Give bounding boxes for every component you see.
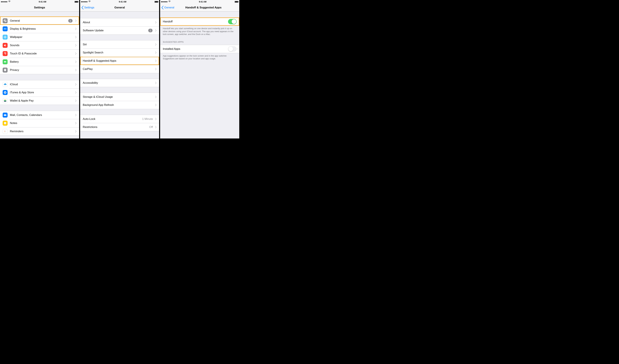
svg-point-19 xyxy=(4,132,5,132)
chevron-icon xyxy=(75,83,76,85)
notes-icon xyxy=(3,121,8,126)
storage-cell[interactable]: Storage & iCloud Usage xyxy=(80,93,159,101)
display-cell[interactable]: AADisplay & Brightness xyxy=(0,25,79,33)
nav-bar: Settings General xyxy=(80,4,159,12)
chevron-icon xyxy=(155,118,156,120)
accessibility-label: Accessibility xyxy=(83,81,154,84)
wallet-cell[interactable]: Wallet & Apple Pay xyxy=(0,97,79,105)
display-label: Display & Brightness xyxy=(10,27,74,30)
general-cell[interactable]: General1 xyxy=(0,16,79,25)
touchid-cell[interactable]: Touch ID & Passcode xyxy=(0,49,79,58)
chevron-icon xyxy=(155,104,156,106)
carplay-label: CarPlay xyxy=(83,68,154,71)
wifi-icon xyxy=(8,1,11,3)
swupdate-cell[interactable]: Software Update1 xyxy=(80,26,159,35)
chevron-icon xyxy=(75,91,76,94)
battery-cell[interactable]: Battery xyxy=(0,58,79,66)
bgrefresh-cell[interactable]: Background App Refresh xyxy=(80,101,159,109)
spotlight-cell[interactable]: Spotlight Search xyxy=(80,48,159,57)
svg-point-18 xyxy=(4,131,5,131)
handoff-toggle-cell[interactable]: Handoff xyxy=(160,17,239,26)
flower-icon xyxy=(3,35,8,40)
wallet-icon xyxy=(3,98,8,103)
handoff-description: Handoff lets you start something on one … xyxy=(160,26,239,36)
chevron-icon xyxy=(75,28,76,30)
svg-rect-17 xyxy=(4,130,6,132)
chevron-icon xyxy=(75,52,76,55)
general-badge: 1 xyxy=(68,19,72,23)
chevron-icon xyxy=(155,126,156,128)
about-cell[interactable]: About xyxy=(80,18,159,26)
privacy-label: Privacy xyxy=(10,69,74,72)
svg-rect-6 xyxy=(6,61,6,62)
restrictions-cell[interactable]: RestrictionsOff xyxy=(80,123,159,131)
general-screen: 9:41 AM Settings General AboutSoftware U… xyxy=(80,0,160,139)
chevron-icon xyxy=(155,43,156,46)
installed-apps-toggle-cell[interactable]: Installed Apps xyxy=(160,45,239,53)
handoff-list[interactable]: Handoff Handoff lets you start something… xyxy=(160,12,239,139)
signal-strength xyxy=(161,1,171,3)
storage-label: Storage & iCloud Usage xyxy=(83,95,154,98)
siri-label: Siri xyxy=(83,43,154,46)
handoff-cell[interactable]: Handoff & Suggested Apps xyxy=(80,57,159,65)
restrictions-detail: Off xyxy=(149,126,153,129)
appstore-icon xyxy=(3,90,8,95)
autolock-cell[interactable]: Auto-Lock1 Minute xyxy=(80,115,159,123)
chevron-icon xyxy=(155,51,156,54)
reminders-label: Reminders xyxy=(10,130,74,133)
about-label: About xyxy=(83,21,154,24)
chevron-icon xyxy=(155,96,156,98)
back-button[interactable]: General xyxy=(161,6,174,9)
icloud-cell[interactable]: iCloud xyxy=(0,80,79,88)
general-list[interactable]: AboutSoftware Update1SiriSpotlight Searc… xyxy=(80,12,159,139)
handoff-switch[interactable] xyxy=(228,19,237,24)
settings-list[interactable]: General1AADisplay & BrightnessWallpaperS… xyxy=(0,12,79,139)
back-button[interactable]: Settings xyxy=(82,6,94,9)
reminders-cell[interactable]: Reminders xyxy=(0,127,79,136)
nav-bar: General Handoff & Suggested Apps xyxy=(160,4,239,12)
installed-apps-label: Installed Apps xyxy=(163,47,228,51)
swupdate-badge: 1 xyxy=(148,29,153,32)
reminders-icon xyxy=(3,129,8,134)
chevron-icon xyxy=(75,20,76,22)
hand-icon xyxy=(3,68,8,72)
accessibility-cell[interactable]: Accessibility xyxy=(80,79,159,87)
chevron-icon xyxy=(155,60,156,62)
status-time: 9:41 AM xyxy=(199,1,206,3)
wifi-icon xyxy=(88,1,91,3)
itunes-cell[interactable]: iTunes & App Store xyxy=(0,88,79,97)
handoff-screen: 9:41 AM General Handoff & Suggested Apps… xyxy=(160,0,240,139)
svg-point-0 xyxy=(5,37,6,38)
notes-label: Notes xyxy=(10,122,74,125)
svg-rect-5 xyxy=(4,61,6,62)
chevron-icon xyxy=(75,99,76,102)
icloud-label: iCloud xyxy=(10,83,74,86)
mail-icon xyxy=(3,112,8,118)
status-bar: 9:41 AM xyxy=(80,0,159,4)
itunes-label: iTunes & App Store xyxy=(10,91,74,94)
notes-cell[interactable]: Notes xyxy=(0,119,79,127)
back-label: General xyxy=(164,6,174,9)
privacy-cell[interactable]: Privacy xyxy=(0,66,79,74)
installed-apps-switch[interactable] xyxy=(228,46,237,52)
restrictions-label: Restrictions xyxy=(83,126,149,129)
carplay-cell[interactable]: CarPlay xyxy=(80,65,159,73)
battery-label: Battery xyxy=(10,60,74,63)
svg-point-3 xyxy=(4,37,5,38)
battery-icon xyxy=(74,1,78,3)
battery-icon xyxy=(235,1,238,3)
chevron-icon xyxy=(75,61,76,63)
suggested-apps-header: SUGGESTED APPS xyxy=(160,40,239,44)
chevron-icon xyxy=(75,69,76,71)
sounds-cell[interactable]: Sounds xyxy=(0,41,79,49)
swupdate-label: Software Update xyxy=(83,29,148,32)
autolock-detail: 1 Minute xyxy=(142,117,153,121)
battery-icon xyxy=(3,59,8,64)
mail-cell[interactable]: Mail, Contacts, Calendars xyxy=(0,111,79,119)
back-label: Settings xyxy=(84,6,94,9)
spotlight-label: Spotlight Search xyxy=(83,51,154,54)
siri-cell[interactable]: Siri xyxy=(80,40,159,48)
status-time: 9:41 AM xyxy=(119,1,127,3)
chevron-icon xyxy=(75,44,76,46)
wallpaper-cell[interactable]: Wallpaper xyxy=(0,33,79,41)
